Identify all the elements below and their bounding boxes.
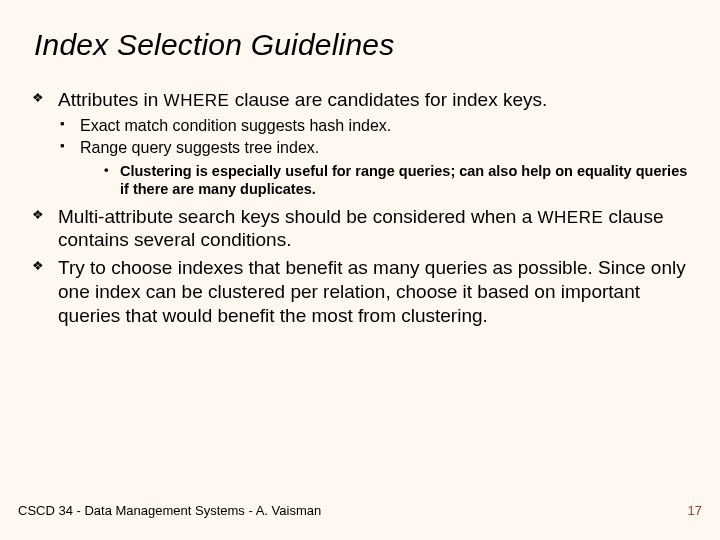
bullet-text: Range query suggests tree index. [80,139,319,156]
list-item: Multi-attribute search keys should be co… [30,205,690,253]
slide-title: Index Selection Guidelines [34,28,690,62]
bullet-text: clause are candidates for index keys. [229,89,547,110]
where-keyword: WHERE [537,208,603,227]
footer-course: CSCD 34 - Data Management Systems - A. V… [18,503,321,518]
bullet-list-level1: Attributes in WHERE clause are candidate… [30,88,690,327]
bullet-list-level2: Exact match condition suggests hash inde… [58,116,690,199]
bullet-text: Exact match condition suggests hash inde… [80,117,391,134]
list-item: Clustering is especially useful for rang… [80,162,690,198]
list-item: Range query suggests tree index. Cluster… [58,138,690,199]
footer: CSCD 34 - Data Management Systems - A. V… [18,503,702,518]
bullet-list-level3: Clustering is especially useful for rang… [80,162,690,198]
list-item: Attributes in WHERE clause are candidate… [30,88,690,199]
bullet-text: Attributes in [58,89,164,110]
bullet-text: Try to choose indexes that benefit as ma… [58,257,686,326]
list-item: Exact match condition suggests hash inde… [58,116,690,137]
where-keyword: WHERE [164,91,230,110]
bullet-text: Clustering is especially useful for rang… [120,163,687,197]
page-number: 17 [688,503,702,518]
list-item: Try to choose indexes that benefit as ma… [30,256,690,327]
bullet-text: Multi-attribute search keys should be co… [58,206,537,227]
